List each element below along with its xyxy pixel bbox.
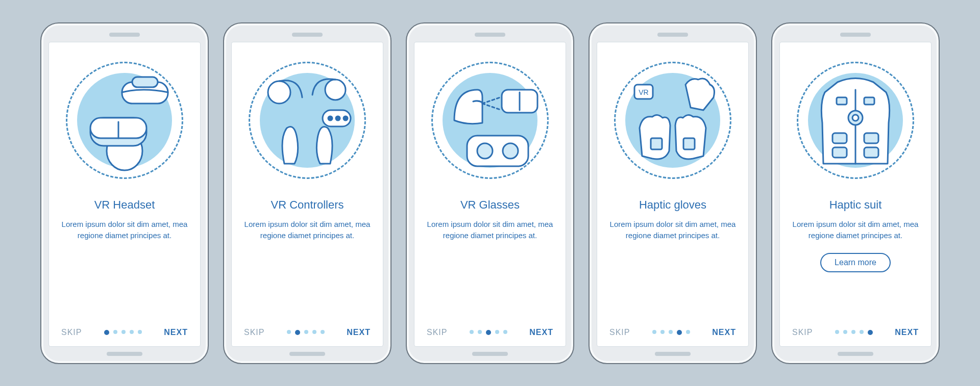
onboarding-nav: SKIP NEXT xyxy=(609,328,736,337)
phone-speaker xyxy=(109,33,140,37)
dot[interactable] xyxy=(295,330,300,335)
dot[interactable] xyxy=(503,330,507,334)
screen-description: Lorem ipsum dolor sit dim amet, mea regi… xyxy=(427,219,553,242)
skip-button[interactable]: SKIP xyxy=(792,328,813,337)
illustration-wrap xyxy=(66,62,183,179)
screen-title: Haptic suit xyxy=(829,198,882,212)
svg-rect-22 xyxy=(683,138,695,149)
illustration-wrap xyxy=(249,62,366,179)
skip-button[interactable]: SKIP xyxy=(609,328,630,337)
svg-rect-5 xyxy=(132,77,158,87)
phone-home-bar xyxy=(838,352,873,356)
phone-frame: VR Headset Lorem ipsum dolor sit dim ame… xyxy=(40,22,209,364)
onboarding-screen-2: VR Controllers Lorem ipsum dolor sit dim… xyxy=(231,42,383,347)
dot[interactable] xyxy=(138,330,142,334)
svg-rect-21 xyxy=(651,138,662,149)
pagination-dots xyxy=(652,330,690,335)
skip-button[interactable]: SKIP xyxy=(427,328,447,337)
svg-point-25 xyxy=(852,115,859,121)
illustration-wrap xyxy=(797,62,914,179)
dot[interactable] xyxy=(660,330,665,334)
svg-line-13 xyxy=(482,104,500,110)
dot[interactable] xyxy=(860,330,864,334)
dot[interactable] xyxy=(652,330,656,334)
svg-rect-27 xyxy=(864,97,874,105)
dot[interactable] xyxy=(495,330,499,334)
onboarding-nav: SKIP NEXT xyxy=(427,328,553,337)
onboarding-nav: SKIP NEXT xyxy=(792,328,919,337)
dot[interactable] xyxy=(486,330,491,335)
dot[interactable] xyxy=(287,330,291,334)
phone-speaker xyxy=(840,33,871,37)
phone-frame: VR Glasses Lorem ipsum dolor sit dim ame… xyxy=(406,22,574,364)
phone-frame: VR Haptic gloves Lorem ipsum dolor sit d… xyxy=(589,22,757,364)
phone-speaker xyxy=(657,33,688,37)
dot[interactable] xyxy=(312,330,316,334)
vr-headset-icon xyxy=(66,62,183,179)
dot[interactable] xyxy=(677,330,682,335)
screen-description: Lorem ipsum dolor sit dim amet, mea regi… xyxy=(61,219,188,242)
phone-home-bar xyxy=(289,352,325,356)
onboarding-nav: SKIP NEXT xyxy=(244,328,371,337)
haptic-suit-icon xyxy=(797,62,914,179)
vr-controllers-icon xyxy=(249,62,366,179)
learn-more-button[interactable]: Learn more xyxy=(820,253,891,272)
phone-frame: Haptic suit Lorem ipsum dolor sit dim am… xyxy=(771,22,940,364)
dot[interactable] xyxy=(478,330,482,334)
next-button[interactable]: NEXT xyxy=(712,328,736,337)
pagination-dots xyxy=(287,330,325,335)
screen-title: VR Headset xyxy=(94,198,155,212)
dot[interactable] xyxy=(121,330,126,334)
dot[interactable] xyxy=(113,330,117,334)
skip-button[interactable]: SKIP xyxy=(244,328,264,337)
svg-point-10 xyxy=(336,116,340,120)
pagination-dots xyxy=(470,330,507,335)
dot[interactable] xyxy=(868,330,873,335)
screen-description: Lorem ipsum dolor sit dim amet, mea regi… xyxy=(609,219,736,242)
phone-speaker xyxy=(475,33,505,37)
svg-rect-29 xyxy=(864,133,878,143)
onboarding-screen-3: VR Glasses Lorem ipsum dolor sit dim ame… xyxy=(414,42,566,347)
svg-point-6 xyxy=(268,81,290,104)
dot[interactable] xyxy=(130,330,134,334)
pagination-dots xyxy=(104,330,142,335)
phone-frame: VR Controllers Lorem ipsum dolor sit dim… xyxy=(223,22,391,364)
vr-glasses-icon xyxy=(431,62,549,179)
next-button[interactable]: NEXT xyxy=(164,328,188,337)
svg-line-12 xyxy=(482,97,500,104)
phone-home-bar xyxy=(472,352,508,356)
dot[interactable] xyxy=(104,330,109,335)
illustration-wrap: VR xyxy=(614,62,731,179)
svg-rect-16 xyxy=(467,136,528,166)
dot[interactable] xyxy=(686,330,690,334)
dot[interactable] xyxy=(835,330,839,334)
screen-description: Lorem ipsum dolor sit dim amet, mea regi… xyxy=(244,219,371,242)
svg-rect-28 xyxy=(832,133,847,143)
onboarding-screen-1: VR Headset Lorem ipsum dolor sit dim ame… xyxy=(48,42,201,347)
dot[interactable] xyxy=(851,330,855,334)
screen-title: VR Glasses xyxy=(460,198,520,212)
dot[interactable] xyxy=(304,330,308,334)
screen-description: Lorem ipsum dolor sit dim amet, mea regi… xyxy=(792,219,919,242)
svg-rect-30 xyxy=(832,147,847,158)
phone-speaker xyxy=(292,33,323,37)
next-button[interactable]: NEXT xyxy=(347,328,371,337)
svg-point-17 xyxy=(477,143,493,159)
phone-home-bar xyxy=(107,352,142,356)
pagination-dots xyxy=(835,330,873,335)
svg-rect-26 xyxy=(837,97,847,105)
skip-button[interactable]: SKIP xyxy=(61,328,82,337)
phone-home-bar xyxy=(655,352,691,356)
dot[interactable] xyxy=(669,330,673,334)
next-button[interactable]: NEXT xyxy=(895,328,919,337)
dot[interactable] xyxy=(470,330,474,334)
dot[interactable] xyxy=(843,330,847,334)
svg-point-11 xyxy=(344,116,348,120)
svg-point-18 xyxy=(503,143,518,159)
next-button[interactable]: NEXT xyxy=(529,328,553,337)
svg-point-9 xyxy=(328,116,332,120)
dot[interactable] xyxy=(321,330,325,334)
screen-title: Haptic gloves xyxy=(639,198,706,212)
svg-rect-31 xyxy=(864,147,878,158)
svg-point-7 xyxy=(325,80,346,100)
